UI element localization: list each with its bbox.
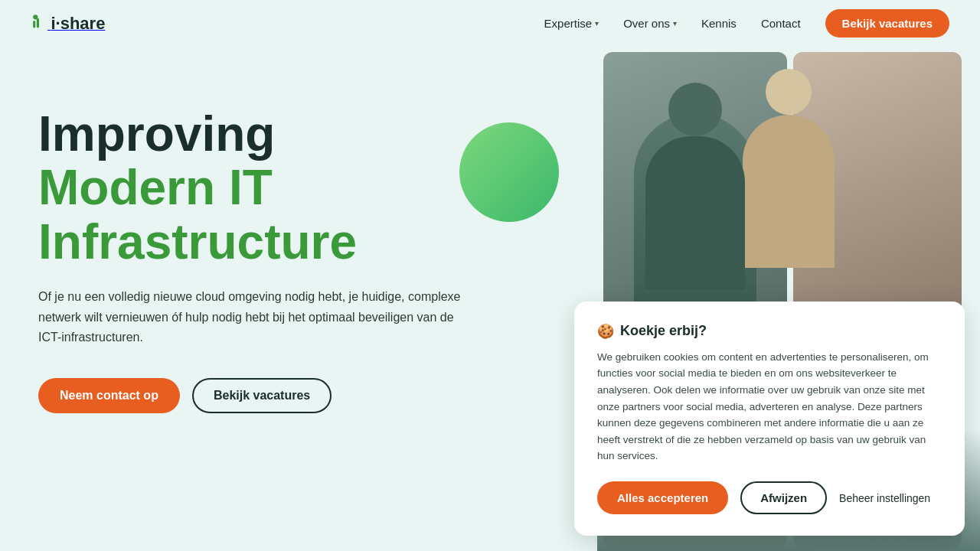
vacatures-button[interactable]: Bekijk vacatures (192, 378, 332, 413)
svg-rect-1 (33, 21, 35, 28)
cookie-banner: 🍪 Koekje erbij? We gebruiken cookies om … (574, 302, 965, 536)
cookie-text: We gebruiken cookies om content en adver… (597, 349, 942, 465)
hero-title-line1: Improving (38, 106, 275, 161)
logo[interactable]: i·share (31, 12, 105, 34)
cookie-title: 🍪 Koekje erbij? (597, 323, 942, 340)
hero-photo-2 (793, 52, 962, 328)
nav-contact[interactable]: Contact (761, 17, 801, 30)
contact-button[interactable]: Neem contact op (38, 378, 180, 413)
logo-text: i·share (51, 14, 105, 33)
nav-over-ons[interactable]: Over ons ▾ (623, 17, 677, 30)
hero-left: Improving Modern IT Infrastructure Of je… (0, 46, 498, 551)
cookie-decline-button[interactable]: Afwijzen (740, 481, 827, 514)
cookie-emoji: 🍪 (597, 323, 614, 340)
logo-icon (31, 12, 47, 29)
hero-title-line3: Infrastructure (38, 214, 357, 269)
cookie-settings-button[interactable]: Beheer instellingen (839, 492, 930, 504)
nav-vacatures-button[interactable]: Bekijk vacatures (825, 9, 949, 37)
svg-rect-2 (37, 18, 39, 28)
site-header: i·share Expertise ▾ Over ons ▾ Kennis Co… (0, 0, 980, 46)
cookie-buttons: Alles accepteren Afwijzen Beheer instell… (597, 481, 942, 514)
cookie-accept-button[interactable]: Alles accepteren (597, 481, 728, 514)
green-circle-decoration (459, 122, 559, 222)
nav-expertise[interactable]: Expertise ▾ (544, 17, 599, 30)
hero-description: Of je nu een volledig nieuwe cloud omgev… (38, 287, 467, 347)
main-nav: Expertise ▾ Over ons ▾ Kennis Contact Be… (544, 9, 949, 37)
hero-buttons: Neem contact op Bekijk vacatures (38, 378, 467, 413)
chevron-down-icon: ▾ (595, 19, 599, 28)
hero-title-line2: Modern IT (38, 160, 273, 215)
chevron-down-icon: ▾ (673, 19, 677, 28)
hero-title: Improving Modern IT Infrastructure (38, 107, 467, 269)
nav-kennis[interactable]: Kennis (701, 17, 737, 30)
